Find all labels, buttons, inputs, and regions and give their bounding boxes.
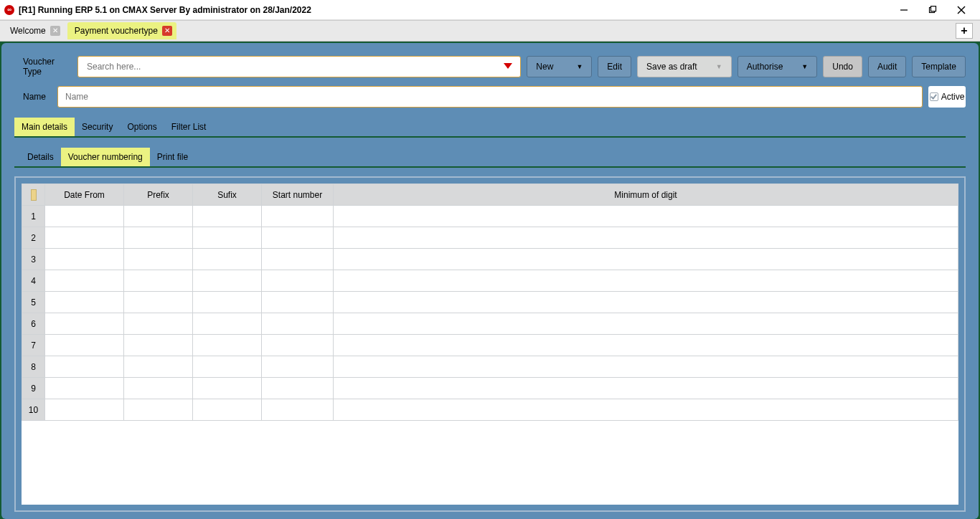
tab-options[interactable]: Options	[120, 118, 164, 136]
tab-details[interactable]: Details	[20, 148, 61, 166]
grid-cell[interactable]	[193, 378, 262, 399]
col-start-number[interactable]: Start number	[262, 184, 334, 206]
close-icon[interactable]: ✕	[50, 26, 60, 36]
grid-cell[interactable]	[334, 270, 958, 292]
grid-cell[interactable]	[193, 335, 262, 356]
grid-cell[interactable]	[334, 356, 958, 378]
new-button[interactable]: New ▼	[527, 56, 592, 77]
row-number[interactable]: 5	[22, 292, 45, 313]
close-icon[interactable]: ✕	[162, 26, 172, 36]
chevron-down-icon[interactable]	[503, 62, 513, 72]
tab-print-file[interactable]: Print file	[150, 148, 195, 166]
table-row[interactable]: 1	[22, 206, 958, 227]
col-min-digit[interactable]: Minimum of digit	[334, 184, 958, 206]
grid-cell[interactable]	[193, 356, 262, 378]
table-row[interactable]: 5	[22, 292, 958, 313]
grid-cell[interactable]	[193, 313, 262, 335]
grid-cell[interactable]	[262, 206, 334, 227]
table-row[interactable]: 10	[22, 399, 958, 421]
col-suffix[interactable]: Sufix	[193, 184, 262, 206]
row-number[interactable]: 9	[22, 378, 45, 399]
grid-cell[interactable]	[124, 378, 193, 399]
grid-cell[interactable]	[262, 313, 334, 335]
grid-cell[interactable]	[193, 292, 262, 313]
row-number[interactable]: 1	[22, 206, 45, 227]
row-number[interactable]: 3	[22, 249, 45, 270]
table-row[interactable]: 3	[22, 249, 958, 270]
grid-cell[interactable]	[262, 356, 334, 378]
active-checkbox[interactable]: Active	[928, 86, 966, 108]
grid-cell[interactable]	[45, 249, 124, 270]
grid-cell[interactable]	[124, 399, 193, 421]
grid-cell[interactable]	[334, 378, 958, 399]
grid-cell[interactable]	[124, 356, 193, 378]
grid-cell[interactable]	[334, 399, 958, 421]
audit-button[interactable]: Audit	[868, 56, 906, 77]
table-row[interactable]: 8	[22, 356, 958, 378]
name-field[interactable]	[57, 86, 923, 108]
grid-cell[interactable]	[193, 206, 262, 227]
grid-cell[interactable]	[45, 399, 124, 421]
row-number[interactable]: 6	[22, 313, 45, 335]
grid-cell[interactable]	[45, 356, 124, 378]
grid-cell[interactable]	[193, 249, 262, 270]
grid-cell[interactable]	[45, 335, 124, 356]
grid-cell[interactable]	[334, 227, 958, 249]
row-number[interactable]: 2	[22, 227, 45, 249]
grid-cell[interactable]	[124, 270, 193, 292]
table-row[interactable]: 4	[22, 270, 958, 292]
grid-cell[interactable]	[193, 227, 262, 249]
table-row[interactable]: 6	[22, 313, 958, 335]
grid-cell[interactable]	[334, 249, 958, 270]
tab-payment-vouchertype[interactable]: Payment vouchertype ✕	[67, 22, 176, 39]
grid-cell[interactable]	[45, 227, 124, 249]
table-row[interactable]: 2	[22, 227, 958, 249]
grid-cell[interactable]	[45, 270, 124, 292]
grid-cell[interactable]	[334, 292, 958, 313]
row-number[interactable]: 4	[22, 270, 45, 292]
edit-button[interactable]: Edit	[598, 56, 631, 77]
grid-cell[interactable]	[334, 335, 958, 356]
grid-cell[interactable]	[262, 399, 334, 421]
save-as-draft-button[interactable]: Save as draft ▼	[637, 56, 732, 77]
grid-cell[interactable]	[262, 227, 334, 249]
tab-voucher-numbering[interactable]: Voucher numbering	[61, 148, 150, 166]
minimize-button[interactable]	[890, 0, 918, 20]
grid-cell[interactable]	[124, 292, 193, 313]
close-button[interactable]	[947, 0, 976, 20]
authorise-button[interactable]: Authorise ▼	[738, 56, 818, 77]
grid-cell[interactable]	[262, 335, 334, 356]
grid-cell[interactable]	[45, 378, 124, 399]
grid-cell[interactable]	[45, 292, 124, 313]
table-row[interactable]: 9	[22, 378, 958, 399]
grid-cell[interactable]	[124, 313, 193, 335]
grid-cell[interactable]	[193, 399, 262, 421]
grid-cell[interactable]	[124, 249, 193, 270]
grid-cell[interactable]	[193, 270, 262, 292]
grid-cell[interactable]	[124, 206, 193, 227]
row-number[interactable]: 7	[22, 335, 45, 356]
col-prefix[interactable]: Prefix	[124, 184, 193, 206]
grid-cell[interactable]	[262, 292, 334, 313]
undo-button[interactable]: Undo	[823, 56, 862, 77]
add-tab-button[interactable]: +	[956, 23, 973, 39]
search-input[interactable]	[85, 61, 503, 72]
grid-cell[interactable]	[124, 335, 193, 356]
grid-cell[interactable]	[124, 227, 193, 249]
table-row[interactable]: 7	[22, 335, 958, 356]
tab-welcome[interactable]: Welcome ✕	[3, 22, 65, 39]
tab-filter-list[interactable]: Filter List	[164, 118, 214, 136]
maximize-button[interactable]	[918, 0, 947, 20]
col-date-from[interactable]: Date From	[45, 184, 124, 206]
grid-cell[interactable]	[262, 378, 334, 399]
tab-main-details[interactable]: Main details	[14, 118, 75, 136]
grid-cell[interactable]	[334, 206, 958, 227]
tab-security[interactable]: Security	[75, 118, 120, 136]
grid-cell[interactable]	[262, 270, 334, 292]
row-number[interactable]: 10	[22, 399, 45, 421]
grid-table[interactable]: Date From Prefix Sufix Start number Mini…	[22, 184, 958, 421]
grid-cell[interactable]	[262, 249, 334, 270]
row-selector-header[interactable]	[22, 184, 45, 206]
grid-cell[interactable]	[45, 313, 124, 335]
grid-cell[interactable]	[45, 206, 124, 227]
